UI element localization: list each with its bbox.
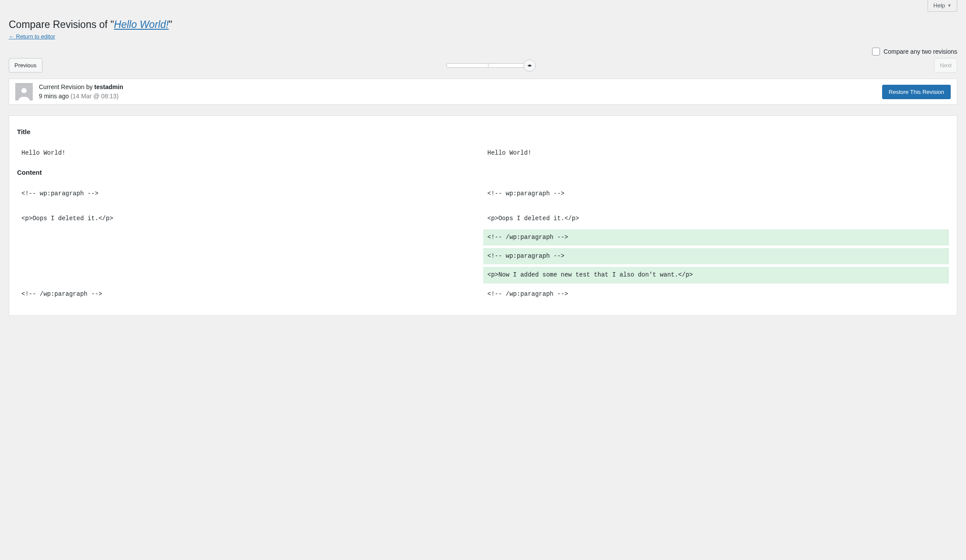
return-to-editor-link[interactable]: ← Return to editor: [9, 33, 55, 40]
page-title-prefix: Compare Revisions of ": [9, 19, 114, 30]
diff-cell-left: <!-- /wp:paragraph -->: [17, 286, 483, 302]
chevron-down-icon: ▼: [947, 3, 952, 8]
slider-handle[interactable]: ◂▸: [523, 59, 536, 72]
current-revision-label: Current Revision by: [39, 83, 94, 90]
diff-title-right: Hello World!: [483, 145, 949, 161]
previous-button[interactable]: Previous: [9, 58, 42, 73]
diff-row: <p>Oops I deleted it.</p><p>Oops I delet…: [17, 211, 949, 227]
diff-row: <!-- /wp:paragraph -->: [17, 229, 949, 245]
avatar: [15, 83, 33, 100]
svg-point-0: [21, 88, 27, 93]
diff-row: <!-- wp:paragraph --><!-- wp:paragraph -…: [17, 186, 949, 202]
diff-cell-left: <!-- wp:paragraph -->: [17, 186, 483, 202]
diff-cell-right: <!-- /wp:paragraph -->: [483, 229, 949, 245]
next-button: Next: [934, 58, 957, 73]
page-title-suffix: ": [169, 19, 172, 30]
compare-any-label: Compare any two revisions: [883, 48, 957, 55]
slider-track: [447, 63, 530, 68]
compare-any-checkbox[interactable]: [872, 48, 880, 55]
arrows-horizontal-icon: ◂▸: [527, 62, 532, 68]
diff-spacer: [17, 204, 949, 208]
revision-time-absolute: (14 Mar @ 08:13): [70, 93, 118, 100]
page-title: Compare Revisions of "Hello World!": [9, 18, 957, 31]
diff-row: <!-- /wp:paragraph --><!-- /wp:paragraph…: [17, 286, 949, 302]
help-tab[interactable]: Help ▼: [928, 0, 957, 12]
diff-title-left: Hello World!: [17, 145, 483, 161]
diff-card: Title Hello World! Hello World! Content …: [9, 115, 957, 315]
person-icon: [17, 86, 31, 100]
diff-row: <p>Now I added some new test that I also…: [17, 267, 949, 283]
diff-title-heading: Title: [17, 128, 949, 135]
revision-slider[interactable]: ◂▸: [42, 63, 935, 68]
diff-cell-left: [17, 248, 483, 264]
diff-cell-right: <!-- wp:paragraph -->: [483, 248, 949, 264]
diff-cell-right: <!-- wp:paragraph -->: [483, 186, 949, 202]
diff-cell-left: <p>Oops I deleted it.</p>: [17, 211, 483, 227]
restore-revision-button[interactable]: Restore This Revision: [882, 85, 951, 100]
revision-author: testadmin: [94, 83, 123, 90]
diff-cell-right: <p>Now I added some new test that I also…: [483, 267, 949, 283]
diff-title-table: Hello World! Hello World!: [17, 142, 949, 164]
diff-cell-left: [17, 267, 483, 283]
help-label: Help: [933, 2, 945, 9]
diff-cell-left: [17, 229, 483, 245]
diff-content-table: <!-- wp:paragraph --><!-- wp:paragraph -…: [17, 183, 949, 305]
diff-row: <!-- wp:paragraph -->: [17, 248, 949, 264]
post-title-link[interactable]: Hello World!: [114, 19, 169, 30]
diff-cell-right: <p>Oops I deleted it.</p>: [483, 211, 949, 227]
diff-content-heading: Content: [17, 169, 949, 176]
diff-row: [17, 204, 949, 208]
revision-time-relative: 9 mins ago: [39, 93, 70, 100]
diff-cell-right: <!-- /wp:paragraph -->: [483, 286, 949, 302]
revision-meta-card: Current Revision by testadmin 9 mins ago…: [9, 79, 957, 105]
